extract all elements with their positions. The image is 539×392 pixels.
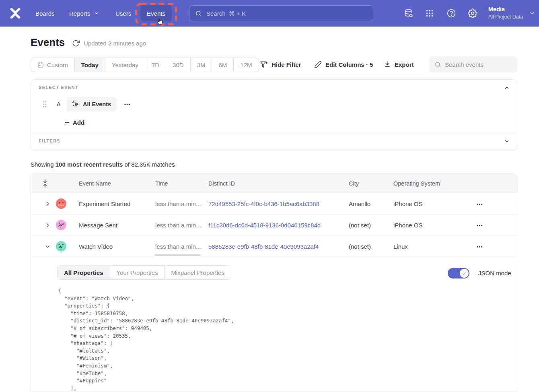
date-range-30d[interactable]: 30D: [166, 58, 191, 72]
json-line: "#Wilson",: [58, 355, 234, 362]
project-selector[interactable]: Media All Project Data: [488, 5, 523, 21]
cell-distinct-id-link[interactable]: 72d49553-25fc-4f0c-b436-1b5ac6ab3388: [208, 193, 319, 215]
query-builder-card: SELECT EVENT A All Events ••• Add FILTER…: [31, 79, 517, 151]
json-line: ],: [58, 385, 234, 392]
expand-row-icon[interactable]: [42, 193, 53, 215]
horizontal-scrollbar-thumb[interactable]: [154, 254, 201, 256]
event-avatar: [56, 220, 66, 230]
mixpanel-logo-icon[interactable]: [8, 7, 23, 20]
json-line: "event": "Watch Video",: [58, 295, 234, 303]
date-range-label: 7D: [152, 62, 159, 68]
tab-all-properties[interactable]: All Properties: [58, 266, 110, 279]
cell-os: iPhone OS: [393, 215, 423, 236]
help-icon[interactable]: [446, 8, 457, 19]
divider: [31, 132, 517, 132]
date-range-label: 30D: [173, 62, 184, 68]
tab-label: All Properties: [64, 269, 103, 276]
project-name: Media: [488, 5, 523, 13]
json-line: "properties": {: [58, 302, 234, 310]
table-row[interactable]: Message Sent less than a min... f11c30d6…: [31, 215, 517, 236]
json-mode-label: JSON mode: [478, 270, 511, 276]
date-range-today[interactable]: Today: [75, 58, 105, 72]
table-row-expanded[interactable]: Watch Video less than a min... 5886283e-…: [31, 236, 517, 257]
collapse-row-icon[interactable]: [42, 236, 53, 257]
chevron-down-icon[interactable]: [529, 10, 535, 16]
global-search[interactable]: [189, 5, 373, 21]
search-icon: [195, 10, 202, 17]
results-suffix: of 82.35K matches: [123, 161, 175, 168]
apps-grid-icon[interactable]: [424, 8, 435, 19]
cell-city: Amarillo: [349, 193, 370, 215]
event-selector-pill[interactable]: All Events: [66, 97, 117, 111]
json-line: "distinct_id": "5886283e-e9fb-48fb-81de-…: [58, 317, 234, 325]
date-range-yesterday[interactable]: Yesterday: [105, 58, 145, 72]
json-line: "# of views": 20535,: [58, 332, 234, 340]
toggle-check-icon: [460, 269, 469, 278]
date-range-12m[interactable]: 12M: [234, 58, 258, 72]
date-range-3m[interactable]: 3M: [191, 58, 212, 72]
data-management-icon[interactable]: [403, 8, 414, 19]
plus-icon: [64, 120, 70, 126]
step-letter: A: [57, 101, 60, 107]
updated-timestamp: Updated 3 minutes ago: [84, 40, 146, 47]
date-range-label: Yesterday: [112, 62, 138, 68]
date-range-6m[interactable]: 6M: [212, 58, 234, 72]
project-scope: All Project Data: [488, 13, 523, 21]
json-line: {: [58, 287, 234, 295]
edit-columns-button[interactable]: Edit Columns · 5: [314, 59, 373, 70]
export-button[interactable]: Export: [384, 59, 414, 70]
sort-arrows-icon[interactable]: [42, 179, 48, 190]
chevron-up-icon[interactable]: [504, 85, 510, 91]
add-event-button[interactable]: Add: [64, 117, 84, 128]
event-avatar: [56, 241, 66, 252]
nav-item-label: Boards: [35, 10, 55, 17]
nav-item-boards[interactable]: Boards: [35, 0, 55, 27]
cell-distinct-id-link[interactable]: 5886283e-e9fb-48fb-81de-40e9093a2af4: [208, 236, 319, 257]
column-header-city[interactable]: City: [349, 173, 359, 193]
properties-tabs: All Properties Your Properties Mixpanel …: [57, 265, 231, 280]
json-line: "time": 1585810758,: [58, 310, 234, 318]
json-line: "#hashtags": [: [58, 340, 234, 347]
column-header-os[interactable]: Operating System: [393, 173, 440, 193]
json-mode-toggle[interactable]: [448, 268, 469, 279]
refresh-icon[interactable]: [72, 39, 80, 47]
row-more-button[interactable]: •••: [477, 193, 483, 215]
cell-event-name: Experiment Started: [79, 193, 130, 215]
tab-mixpanel-properties[interactable]: Mixpanel Properties: [165, 266, 231, 279]
date-range-label: Today: [81, 62, 99, 68]
row-more-button[interactable]: •••: [477, 215, 483, 236]
events-table: Event Name Time Distinct ID City Operati…: [31, 173, 517, 392]
results-count: 100 most recent results: [56, 161, 123, 168]
tab-your-properties[interactable]: Your Properties: [110, 266, 165, 279]
global-search-input[interactable]: [206, 10, 367, 17]
json-line: "#meTube",: [58, 370, 234, 378]
date-range-custom[interactable]: Custom: [31, 58, 75, 72]
date-range-label: 3M: [197, 62, 206, 68]
cell-event-name: Watch Video: [79, 236, 113, 257]
hide-filter-button[interactable]: Hide Filter: [260, 59, 301, 70]
filter-plus-icon: [260, 60, 268, 68]
search-events-field[interactable]: [430, 56, 517, 72]
nav-item-events[interactable]: Events: [140, 5, 172, 21]
row-more-button[interactable]: •••: [477, 236, 483, 257]
nav-item-label: Users: [115, 10, 131, 17]
calendar-icon: [37, 62, 44, 68]
settings-gear-icon[interactable]: [467, 8, 478, 19]
chevron-down-icon[interactable]: [504, 138, 510, 144]
cell-time: less than a min...: [155, 193, 203, 215]
date-range-7d[interactable]: 7D: [145, 58, 166, 72]
drag-handle-icon[interactable]: [42, 101, 47, 109]
expand-row-icon[interactable]: [42, 215, 53, 236]
column-header-distinct-id[interactable]: Distinct ID: [208, 173, 235, 193]
cell-city: (not set): [349, 236, 371, 257]
nav-item-reports[interactable]: Reports: [69, 0, 99, 27]
nav-item-users[interactable]: Users: [115, 0, 131, 27]
search-events-input[interactable]: [445, 61, 525, 68]
event-more-button[interactable]: •••: [124, 102, 131, 107]
table-row[interactable]: Experiment Started less than a min... 72…: [31, 193, 517, 215]
cell-distinct-id-link[interactable]: f11c30d6-dc6d-4518-9136-0d046159c84d: [208, 215, 321, 236]
column-header-time[interactable]: Time: [155, 173, 168, 193]
nav-item-label: Events: [147, 10, 165, 17]
edit-columns-label: Edit Columns · 5: [325, 61, 373, 68]
column-header-event-name[interactable]: Event Name: [79, 173, 111, 193]
